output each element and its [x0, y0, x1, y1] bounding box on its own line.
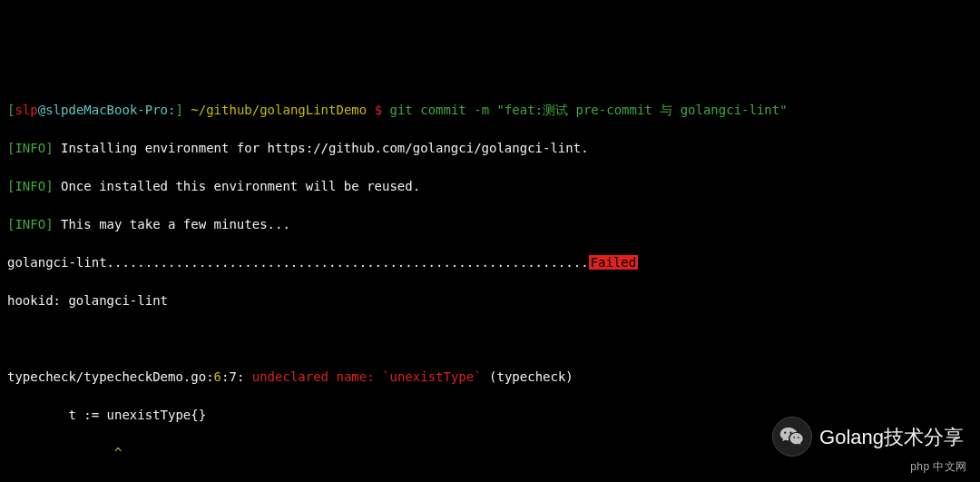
issue-suffix: (typecheck) — [482, 369, 573, 384]
lint-issue: typecheck/typecheckDemo.go:6:7: undeclar… — [7, 368, 973, 387]
info-tag: [INFO] — [7, 179, 54, 193]
info-text: Installing environment for https://githu… — [54, 141, 589, 155]
hookid-line: hookid: golangci-lint — [7, 291, 973, 310]
hook-run-line: golangci-lint...........................… — [7, 253, 973, 272]
prompt-user: slp — [15, 103, 37, 117]
brand-text: php 中文网 — [910, 458, 967, 475]
info-text: Once installed this environment will be … — [54, 179, 421, 193]
prompt-at: @ — [38, 103, 45, 117]
info-text: This may take a few minutes... — [54, 217, 290, 231]
hook-name: golangci-lint — [7, 255, 107, 270]
status-badge: Failed — [589, 255, 639, 270]
issue-msg: undeclared name: `unexistType` — [252, 369, 482, 384]
prompt-bracket-close: ] — [175, 103, 182, 117]
hook-dots: ........................................… — [107, 255, 589, 270]
info-tag: [INFO] — [7, 217, 54, 231]
watermark-text: Golang技术分享 — [819, 422, 964, 452]
prompt-line: [slp@slpdeMacBook-Pro:] ~/github/golangL… — [7, 101, 973, 120]
issue-col: 7 — [229, 369, 236, 384]
prompt-host: slpdeMacBook-Pro: — [45, 103, 175, 117]
wechat-icon — [772, 417, 812, 457]
issue-file: typecheck/typecheckDemo.go — [7, 369, 206, 384]
prompt-cwd: ~/github/golangLintDemo — [183, 103, 375, 117]
watermark: Golang技术分享 — [772, 417, 964, 457]
prompt-dollar: $ — [375, 103, 390, 117]
info-line: [INFO] Installing environment for https:… — [7, 139, 973, 158]
command-text: git commit -m "feat:测试 pre-commit 与 gola… — [389, 103, 787, 117]
info-tag: [INFO] — [7, 141, 54, 155]
issue-line: 6 — [214, 369, 221, 384]
info-line: [INFO] Once installed this environment w… — [7, 177, 973, 196]
info-line: [INFO] This may take a few minutes... — [7, 215, 973, 234]
